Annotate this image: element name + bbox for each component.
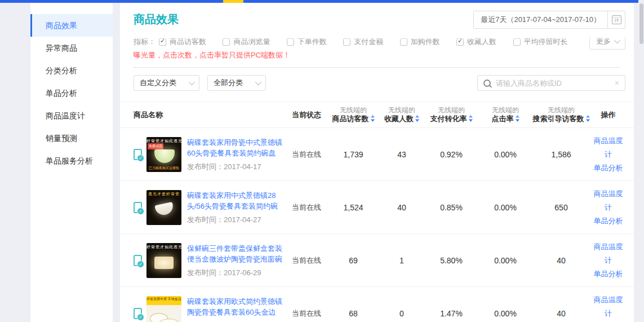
sort-icon[interactable] <box>586 115 590 124</box>
dotted-divider <box>134 67 620 68</box>
favorites-value: 43 <box>380 150 423 159</box>
checkbox-icon <box>287 38 294 46</box>
column-header-search-visitors[interactable]: 无线端的搜索引导访客数 <box>531 105 591 124</box>
bowl-image <box>154 257 174 269</box>
pay-conversion-value: 0.85% <box>423 203 479 212</box>
sidebar-item-product-effect[interactable]: 商品效果 <box>30 14 113 37</box>
column-header-visitors[interactable]: 无线端的商品访客数 <box>326 105 380 124</box>
product-thumbnail[interactable]: 好骨瓷才如此透光 免费试用 已为顾客购买运费险 <box>146 137 181 172</box>
product-thumbnail[interactable]: 碎瓷免费补发 手镶金边 <box>146 296 181 322</box>
sort-icon[interactable] <box>415 115 419 124</box>
metric-checkbox-stay-time[interactable]: 平均停留时长 <box>513 37 568 47</box>
mobile-online-icon <box>134 255 142 266</box>
sidebar: 商品效果 异常商品 分类分析 单品分析 商品温度计 销量预测 单品服务分析 <box>30 3 113 322</box>
pay-conversion-value: 1.47% <box>423 309 479 318</box>
action-product-thermometer-link[interactable]: 商品温度计 <box>591 187 625 214</box>
action-product-thermometer-link[interactable]: 商品温度计 <box>591 293 625 320</box>
visitors-value: 1,739 <box>326 150 380 159</box>
table-row: 碎瓷免费补发 手镶金边 碗碟套装家用欧式简约景德镇陶瓷骨瓷餐具套装60头金边 发… <box>120 287 634 322</box>
metrics-label: 指标： <box>134 37 156 47</box>
search-visitors-value: 650 <box>531 203 591 212</box>
all-category-select[interactable]: 全部分类 <box>207 75 266 91</box>
sidebar-item-category-analysis[interactable]: 分类分析 <box>30 59 113 82</box>
metric-checkbox-favorites[interactable]: 收藏人数 <box>456 37 496 47</box>
favorites-value: 0 <box>380 309 423 318</box>
column-header-status: 当前状态 <box>287 111 326 120</box>
column-header-ctr[interactable]: 无线端的点击率 <box>479 105 531 124</box>
ctr-value: 0.00% <box>479 309 531 318</box>
search-input[interactable] <box>495 78 614 88</box>
column-header-pay-conversion[interactable]: 无线端的支付转化率 <box>423 105 479 124</box>
bowl-image <box>154 201 174 216</box>
sort-icon[interactable] <box>371 115 375 124</box>
checkbox-icon <box>400 38 407 46</box>
main-panel: 商品效果 最近7天（2017-07-04~2017-07-10） 15 指标： … <box>120 3 634 322</box>
product-search-box: × <box>477 75 625 91</box>
search-visitors-value: 40 <box>531 309 591 318</box>
status-label: 当前在线 <box>287 255 326 266</box>
sidebar-item-single-item-analysis[interactable]: 单品分析 <box>30 82 113 104</box>
pc-data-notice: 曝光量，点击次数，点击率暂只提供PC端数据！ <box>120 50 634 60</box>
search-icon <box>483 80 491 87</box>
sidebar-item-product-thermometer[interactable]: 商品温度计 <box>30 104 113 127</box>
checkbox-icon <box>513 38 521 46</box>
metric-checkbox-visitors[interactable]: 商品访客数 <box>159 37 206 47</box>
checkbox-icon <box>343 38 350 46</box>
status-label: 当前在线 <box>287 308 326 319</box>
sidebar-item-sales-forecast[interactable]: 销量预测 <box>30 127 113 149</box>
action-single-item-analysis-link[interactable]: 单品分析 <box>591 214 625 228</box>
metric-checkbox-pageviews[interactable]: 商品浏览量 <box>223 37 270 47</box>
chevron-down-icon <box>255 79 261 85</box>
publish-date: 发布时间：2017-06-29 <box>187 268 286 278</box>
date-range-picker[interactable]: 最近7天（2017-07-04~2017-07-10） 15 <box>473 11 625 29</box>
product-name-link[interactable]: 碗碟套装家用骨瓷中式景德镇60头骨瓷餐具套装简约碗盘 <box>187 137 286 158</box>
metric-checkbox-cart-adds[interactable]: 加购件数 <box>400 37 440 47</box>
table-row: 透光才是好骨瓷 碗碟套装家用中式景德镇28头/56头骨瓷餐具套装简约碗 发布时间… <box>120 181 634 234</box>
visitors-value: 69 <box>326 256 380 265</box>
checkbox-icon <box>159 38 166 46</box>
mobile-online-icon <box>134 202 142 213</box>
calendar-icon[interactable]: 15 <box>608 11 625 28</box>
favorites-value: 40 <box>380 203 423 212</box>
column-header-favorites[interactable]: 无线端的收藏人数 <box>380 105 423 124</box>
action-single-item-analysis-link[interactable]: 单品分析 <box>591 320 625 322</box>
publish-date: 发布时间：2017-04-27 <box>187 215 286 225</box>
product-name-link[interactable]: 碗碟套装家用中式景德镇28头/56头骨瓷餐具套装简约碗 <box>187 190 286 211</box>
search-visitors-value: 1,586 <box>531 150 591 159</box>
visitors-value: 68 <box>326 309 380 318</box>
metric-checkbox-payment[interactable]: 支付金额 <box>343 37 383 47</box>
more-button[interactable]: 更多 <box>589 33 625 50</box>
product-table: 商品名称 当前状态 无线端的商品访客数 无线端的收藏人数 无线端的支付转化率 无… <box>120 102 634 322</box>
table-toolbar: 自定义分类 全部分类 × <box>120 75 634 91</box>
visitors-value: 1,524 <box>326 203 380 212</box>
product-name-link[interactable]: 保鲜碗三件套带盖保鲜盒套装便当盒微波炉陶瓷骨瓷泡面碗 <box>187 243 286 264</box>
column-header-actions: 操作 <box>591 111 625 120</box>
sidebar-item-abnormal-products[interactable]: 异常商品 <box>30 37 113 59</box>
sort-icon[interactable] <box>516 115 519 124</box>
status-label: 当前在线 <box>287 149 326 160</box>
product-thumbnail[interactable]: 好骨瓷才如此透光 <box>146 243 181 278</box>
date-range-label: 最近7天（2017-07-04~2017-07-10） <box>474 15 607 25</box>
product-name-link[interactable]: 碗碟套装家用欧式简约景德镇陶瓷骨瓷餐具套装60头金边 <box>187 296 286 317</box>
sidebar-item-single-item-service[interactable]: 单品服务分析 <box>30 149 113 172</box>
action-product-thermometer-link[interactable]: 商品温度计 <box>591 240 625 267</box>
table-row: 好骨瓷才如此透光 免费试用 已为顾客购买运费险 碗碟套装家用骨瓷中式景德镇60头… <box>120 128 634 181</box>
ctr-value: 0.00% <box>479 150 531 159</box>
action-single-item-analysis-link[interactable]: 单品分析 <box>591 161 625 175</box>
checkbox-icon <box>456 38 464 46</box>
ctr-value: 0.00% <box>479 203 531 212</box>
action-product-thermometer-link[interactable]: 商品温度计 <box>591 134 625 161</box>
mobile-online-icon <box>134 308 142 319</box>
product-thumbnail[interactable]: 透光才是好骨瓷 <box>146 190 181 225</box>
table-header-row: 商品名称 当前状态 无线端的商品访客数 无线端的收藏人数 无线端的支付转化率 无… <box>120 102 634 128</box>
metric-filter-row: 指标： 商品访客数 商品浏览量 下单件数 支付金额 加购件数 收藏人数 平均停留… <box>120 35 634 48</box>
pay-conversion-value: 5.80% <box>423 256 479 265</box>
action-single-item-analysis-link[interactable]: 单品分析 <box>591 267 625 281</box>
custom-category-select[interactable]: 自定义分类 <box>134 75 199 91</box>
metric-checkbox-orders[interactable]: 下单件数 <box>287 37 327 47</box>
scrollbar-track[interactable] <box>638 0 644 322</box>
clear-icon[interactable]: × <box>614 78 620 87</box>
checkbox-icon <box>223 38 230 46</box>
scrollbar-thumb[interactable] <box>639 3 643 44</box>
sort-icon[interactable] <box>469 115 473 124</box>
